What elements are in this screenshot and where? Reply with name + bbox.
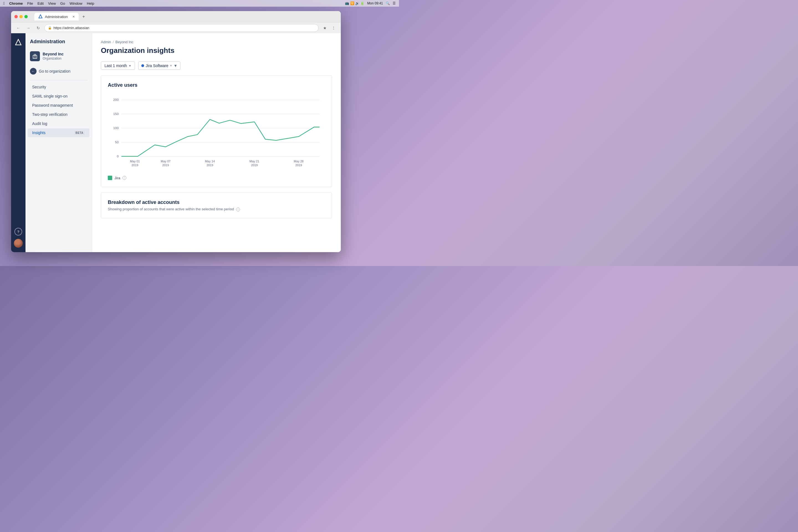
more-button[interactable]: ⋮ — [330, 24, 338, 32]
chart-legend: Jira i — [108, 176, 325, 180]
breadcrumb-admin-link[interactable]: Admin — [101, 40, 111, 44]
sidebar-item-security[interactable]: Security — [28, 82, 90, 92]
legend-color-jira — [108, 176, 112, 180]
tab-title: Administration — [45, 15, 68, 19]
sidebar-dark-bottom: ? — [14, 228, 23, 248]
close-window-button[interactable] — [14, 15, 18, 18]
sidebar-item-audit[interactable]: Audit log — [28, 119, 90, 128]
minimize-window-button[interactable] — [19, 15, 23, 18]
org-icon — [30, 51, 40, 61]
svg-text:2019: 2019 — [207, 164, 213, 167]
page-title: Organization insights — [101, 46, 332, 55]
sidebar-item-saml[interactable]: SAML single sign-on — [28, 92, 90, 100]
sidebar-item-security-label: Security — [32, 85, 46, 89]
menu-go[interactable]: Go — [60, 1, 65, 5]
time-filter-label: Last 1 month — [104, 63, 127, 68]
browser-tab-administration[interactable]: Administration ✕ — [34, 13, 79, 20]
go-to-org-button[interactable]: ← Go to organization — [25, 66, 92, 77]
breakdown-card: Breakdown of active accounts Showing pro… — [101, 193, 332, 218]
breadcrumb-org-link[interactable]: Beyond Inc — [115, 40, 133, 44]
browser-window: Administration ✕ + ← → ↻ 🔒 https://admin… — [11, 11, 341, 252]
time-filter-dropdown[interactable]: Last 1 month ▼ — [101, 61, 135, 70]
tab-close-button[interactable]: ✕ — [72, 15, 75, 19]
address-bar[interactable]: 🔒 https://admin.atlassian — [44, 24, 319, 32]
svg-text:May 01: May 01 — [130, 159, 140, 163]
breadcrumb-separator: / — [113, 40, 114, 44]
svg-text:2019: 2019 — [132, 164, 138, 167]
menubar:  Chrome File Edit View Go Window Help 📺… — [0, 0, 399, 7]
menu-view[interactable]: View — [48, 1, 56, 5]
legend-label-jira: Jira — [114, 176, 120, 180]
breakdown-subtitle: Showing proportion of accounts that were… — [108, 207, 325, 211]
svg-text:2019: 2019 — [296, 164, 302, 167]
breakdown-subtitle-text: Showing proportion of accounts that were… — [108, 207, 234, 211]
menu-list-icon[interactable]: ☰ — [393, 1, 396, 5]
active-users-chart-title: Active users — [108, 82, 325, 88]
product-filter-close-button[interactable]: × — [170, 64, 172, 68]
sidebar-item-insights-label: Insights — [32, 131, 45, 135]
svg-rect-4 — [34, 57, 36, 58]
maximize-window-button[interactable] — [24, 15, 28, 18]
active-users-chart-svg: 200 150 100 50 0 May 01 2019 May 07 2019… — [108, 94, 325, 171]
menu-status-icons: 📺 🛜 🔊 🔋 — [345, 1, 364, 5]
titlebar: Administration ✕ + — [11, 11, 341, 22]
svg-rect-3 — [34, 54, 36, 56]
svg-text:150: 150 — [113, 112, 119, 116]
go-to-org-label: Go to organization — [39, 69, 70, 73]
breakdown-info-icon[interactable]: i — [236, 208, 240, 211]
reload-button[interactable]: ↻ — [34, 24, 42, 32]
breadcrumb: Admin / Beyond Inc — [101, 40, 332, 44]
svg-text:200: 200 — [113, 98, 119, 101]
new-tab-button[interactable]: + — [80, 13, 88, 20]
svg-text:May 28: May 28 — [294, 159, 303, 163]
tab-bar: Administration ✕ + — [32, 13, 338, 20]
menu-file[interactable]: File — [27, 1, 33, 5]
main-content: Admin / Beyond Inc Organization insights… — [92, 33, 341, 252]
menu-edit[interactable]: Edit — [37, 1, 43, 5]
breakdown-title: Breakdown of active accounts — [108, 200, 325, 205]
forward-button[interactable]: → — [24, 24, 32, 32]
org-type: Organization — [43, 57, 63, 61]
url-text: https://admin.atlassian — [54, 26, 89, 30]
svg-text:2019: 2019 — [163, 164, 169, 167]
sidebar-dark: ? — [11, 33, 25, 252]
menu-search-icon[interactable]: 🔍 — [386, 1, 390, 5]
active-users-line — [121, 119, 320, 156]
app-name[interactable]: Chrome — [9, 1, 23, 5]
chart-container: 200 150 100 50 0 May 01 2019 May 07 2019… — [108, 94, 325, 172]
user-avatar-button[interactable] — [14, 239, 23, 248]
toolbar-actions: ★ ⋮ — [321, 24, 338, 32]
help-button[interactable]: ? — [14, 228, 22, 235]
menu-help[interactable]: Help — [87, 1, 94, 5]
active-users-chart-card: Active users 200 150 100 50 — [101, 75, 332, 187]
back-button[interactable]: ← — [14, 24, 22, 32]
product-filter-expand-icon[interactable]: ▼ — [174, 63, 177, 68]
legend-info-icon[interactable]: i — [122, 176, 126, 180]
go-back-icon: ← — [30, 68, 37, 75]
tab-favicon — [38, 14, 43, 19]
svg-text:May 07: May 07 — [161, 159, 170, 163]
sidebar-item-two-step[interactable]: Two-step verification — [28, 110, 90, 119]
sidebar-item-password[interactable]: Password management — [28, 101, 90, 110]
browser-chrome: Administration ✕ + ← → ↻ 🔒 https://admin… — [11, 11, 341, 33]
svg-marker-0 — [39, 15, 42, 18]
atlassian-logo[interactable] — [13, 38, 23, 48]
svg-text:2019: 2019 — [251, 164, 258, 167]
lock-icon: 🔒 — [48, 26, 52, 30]
svg-marker-1 — [16, 39, 21, 45]
svg-text:100: 100 — [113, 126, 119, 130]
filters: Last 1 month ▼ Jira Software × ▼ — [101, 61, 332, 70]
sidebar-item-insights[interactable]: Insights BETA — [28, 128, 90, 137]
svg-text:May 14: May 14 — [205, 159, 215, 163]
bookmark-button[interactable]: ★ — [321, 24, 329, 32]
time-filter-caret: ▼ — [129, 64, 131, 67]
menu-window[interactable]: Window — [70, 1, 82, 5]
org-item: Beyond Inc Organization — [25, 49, 92, 63]
org-name: Beyond Inc — [43, 52, 63, 57]
product-filter-label: Jira Software — [146, 63, 169, 68]
svg-text:0: 0 — [117, 154, 119, 158]
apple-logo:  — [3, 1, 5, 5]
jira-dot-icon — [141, 64, 144, 67]
org-info: Beyond Inc Organization — [43, 52, 63, 61]
product-filter-tag[interactable]: Jira Software × ▼ — [138, 61, 180, 70]
